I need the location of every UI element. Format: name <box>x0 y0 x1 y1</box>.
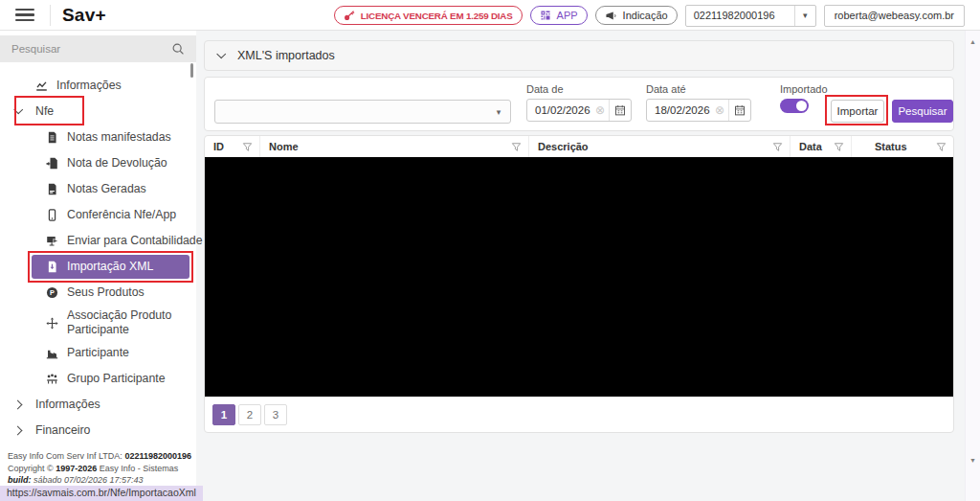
referral-button-label: Indicação <box>623 10 668 21</box>
sidebar-item-financeiro[interactable]: Financeiro <box>0 418 196 444</box>
date-to-label: Data até <box>646 83 751 95</box>
column-header-data[interactable]: Data <box>791 136 852 157</box>
chevron-right-icon <box>13 426 23 436</box>
header-actions: LICENÇA VENCERÁ EM 1.259 DIAS APP Indica… <box>334 0 965 31</box>
sidebar-item-label: Informações <box>56 79 122 93</box>
xml-combobox-value <box>215 101 487 123</box>
xml-combobox[interactable] <box>214 100 511 124</box>
sidebar-item-associacao-produto-participante[interactable]: Associação Produto Participante <box>0 306 196 340</box>
sidebar-item-label: Participante <box>67 346 129 360</box>
sidebar-item-label: Nfe <box>35 104 54 119</box>
sidebar-item-label: Informações <box>35 398 100 412</box>
clear-icon[interactable] <box>715 104 724 116</box>
sidebar-item-informacoes[interactable]: Informações <box>0 392 196 418</box>
table-header: IDNomeDescriçãoDataStatus <box>205 136 953 157</box>
sidebar-item-informacoes-dashboard[interactable]: Informações <box>0 73 196 99</box>
caret-down-icon[interactable] <box>487 101 510 123</box>
filter-icon[interactable] <box>511 142 522 152</box>
panel-title: XML'S importados <box>237 49 335 62</box>
status-bar-url: https://savmais.com.br/Nfe/ImportacaoXml <box>0 486 203 501</box>
column-label: Status <box>875 141 907 152</box>
date-from-input[interactable]: 01/02/2026 <box>526 99 632 122</box>
user-email-field[interactable]: roberta@webeasy.com.br <box>824 5 965 27</box>
sidebar-item-enviar-para-contabilidade[interactable]: Enviar para Contabilidade <box>0 228 196 254</box>
page-button-2[interactable]: 2 <box>238 404 261 425</box>
company-select[interactable]: 02211982000196 <box>685 5 816 27</box>
imported-label: Importado <box>780 83 828 95</box>
sidebar-item-label: Nota de Devolução <box>67 156 167 171</box>
sidebar-item-grupo-participante[interactable]: Grupo Participante <box>0 366 196 392</box>
imported-toggle[interactable] <box>780 99 809 113</box>
sidebar: InformaçõesNfeNotas manifestadasNota de … <box>0 31 196 501</box>
scroll-up-icon[interactable] <box>966 38 980 45</box>
results-panel: IDNomeDescriçãoDataStatus 123 <box>204 135 954 433</box>
phone-icon <box>46 209 58 221</box>
key-icon <box>344 10 355 21</box>
company-select-value: 02211982000196 <box>686 6 794 26</box>
sidebar-item-importacao-xml[interactable]: Importação XML <box>32 255 189 279</box>
scroll-down-icon[interactable] <box>966 457 980 464</box>
app-button[interactable]: APP <box>530 6 588 25</box>
build-line: build: sábado 07/02/2026 17:57:43 <box>8 474 191 487</box>
import-button[interactable]: Importar <box>831 100 884 123</box>
sidebar-search[interactable] <box>0 35 196 62</box>
column-label: Data <box>799 141 822 152</box>
sidebar-item-nota-de-devolucao[interactable]: Nota de Devolução <box>0 150 196 176</box>
document-pdf-icon <box>46 183 58 195</box>
document-return-icon <box>46 157 58 170</box>
pagination: 123 <box>205 397 953 425</box>
sidebar-item-notas-manifestadas[interactable]: Notas manifestadas <box>0 125 196 150</box>
sidebar-footer: Easy Info Com Serv Inf LTDA: 02211982000… <box>8 450 191 487</box>
column-header-status[interactable]: Status <box>852 136 953 157</box>
megaphone-icon <box>605 10 617 22</box>
column-header-id[interactable]: ID <box>205 136 260 157</box>
filter-icon[interactable] <box>242 142 253 152</box>
caret-down-icon[interactable] <box>794 6 815 26</box>
search-icon <box>171 42 185 56</box>
main-content: XML'S importados Data de 01/02/2026 Data… <box>196 31 965 501</box>
date-to-input[interactable]: 18/02/2026 <box>646 99 751 122</box>
hamburger-menu-button[interactable] <box>15 6 40 25</box>
chevron-down-icon <box>216 49 226 58</box>
calendar-button[interactable] <box>728 100 750 121</box>
send-contability-icon <box>46 235 58 247</box>
search-button[interactable]: Pesquisar <box>892 100 953 123</box>
clear-icon[interactable] <box>595 104 605 116</box>
sidebar-item-notas-geradas[interactable]: Notas Geradas <box>0 176 196 202</box>
imported-group: Importado <box>780 83 828 113</box>
sidebar-item-participante[interactable]: Participante <box>0 340 196 366</box>
qr-code-icon <box>540 10 551 21</box>
chart-line-icon <box>35 80 48 92</box>
sidebar-item-seus-produtos[interactable]: Seus Produtos <box>0 280 196 306</box>
calendar-icon <box>614 104 626 116</box>
calendar-button[interactable] <box>609 100 631 121</box>
chevron-right-icon <box>13 400 23 410</box>
imported-xmls-panel-header[interactable]: XML'S importados <box>204 40 954 71</box>
filter-icon[interactable] <box>936 142 947 152</box>
sidebar-item-conferencia-nfe-app[interactable]: Conferência Nfe/App <box>0 202 196 228</box>
page-button-1[interactable]: 1 <box>212 404 235 425</box>
sidebar-item-label: Associação Produto Participante <box>67 306 196 340</box>
sidebar-item-label: Conferência Nfe/App <box>67 208 176 222</box>
date-from-value: 01/02/2026 <box>527 104 595 116</box>
sidebar-item-label: Financeiro <box>35 423 90 438</box>
sidebar-item-nfe[interactable]: Nfe <box>0 99 196 125</box>
company-info-line: Easy Info Com Serv Inf LTDA: 02211982000… <box>8 450 191 463</box>
column-label: ID <box>213 141 224 152</box>
sidebar-item-label: Seus Produtos <box>67 285 145 300</box>
referral-button[interactable]: Indicação <box>595 6 678 25</box>
page-scrollbar[interactable] <box>965 31 980 501</box>
app-header: Sav+ LICENÇA VENCERÁ EM 1.259 DIAS APP I… <box>0 0 980 31</box>
license-warning-button[interactable]: LICENÇA VENCERÁ EM 1.259 DIAS <box>334 6 523 25</box>
page-button-3[interactable]: 3 <box>264 404 287 425</box>
column-label: Descrição <box>538 141 589 152</box>
filter-icon[interactable] <box>834 142 844 152</box>
filters-panel: Data de 01/02/2026 Data até 18/02/2026 I… <box>204 77 954 131</box>
column-header-descrição[interactable]: Descrição <box>529 136 791 157</box>
chevron-down-icon <box>13 104 23 114</box>
filter-icon[interactable] <box>772 142 783 152</box>
sidebar-nav: InformaçõesNfeNotas manifestadasNota de … <box>0 73 196 444</box>
move-icon <box>46 317 58 330</box>
sidebar-search-input[interactable] <box>11 43 171 55</box>
column-header-nome[interactable]: Nome <box>260 136 529 157</box>
